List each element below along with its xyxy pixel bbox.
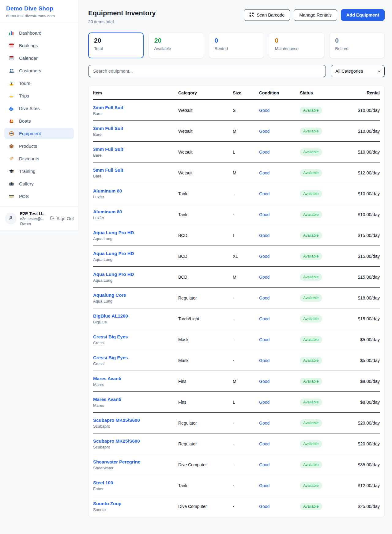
item-name-link[interactable]: Scubapro MK25/S600: [93, 438, 178, 444]
item-name-link[interactable]: Scubapro MK25/S600: [93, 418, 178, 423]
item-name-link[interactable]: 3mm Full Suit: [93, 147, 178, 152]
condition-link[interactable]: Good: [259, 170, 300, 175]
user-name: E2E Test U...: [20, 211, 46, 216]
sidebar-item-trips[interactable]: Trips: [4, 90, 74, 101]
item-name-link[interactable]: Aluminum 80: [93, 209, 178, 214]
calendar-pad-icon: [8, 55, 14, 61]
sidebar-item-pos[interactable]: POS: [4, 191, 74, 202]
condition-link[interactable]: Good: [259, 358, 300, 363]
condition-link[interactable]: Good: [259, 191, 300, 196]
stat-card-total[interactable]: 20 Total: [88, 32, 144, 58]
condition-link[interactable]: Good: [259, 483, 300, 488]
item-brand: Aqua Lung: [93, 236, 178, 241]
sidebar-item-label: Customers: [19, 68, 41, 73]
sidebar-item-training[interactable]: Training: [4, 166, 74, 177]
stat-card-rented[interactable]: 0 Rented: [209, 32, 264, 58]
item-name-link[interactable]: Steel 100: [93, 480, 178, 485]
status-cell: Available: [300, 399, 346, 406]
sidebar-item-label: Products: [19, 143, 37, 149]
item-name-link[interactable]: 3mm Full Suit: [93, 105, 178, 110]
sidebar-item-equipment[interactable]: Equipment: [4, 128, 74, 139]
item-name-link[interactable]: Suunto Zoop: [93, 501, 178, 506]
condition-link[interactable]: Good: [259, 108, 300, 113]
condition-link[interactable]: Good: [259, 337, 300, 342]
item-name-link[interactable]: Mares Avanti: [93, 376, 178, 381]
item-name-link[interactable]: Shearwater Peregrine: [93, 459, 178, 464]
item-name-link[interactable]: 5mm Full Suit: [93, 167, 178, 173]
stat-card-available[interactable]: 20 Available: [149, 32, 204, 58]
sign-out-label: Sign Out: [57, 216, 74, 221]
sidebar-item-discounts[interactable]: Discounts: [4, 153, 74, 164]
sidebar-item-calendar[interactable]: Calendar: [4, 52, 74, 63]
size-cell: M: [233, 379, 259, 384]
item-cell: Aluminum 80 Luxfer: [93, 209, 178, 220]
manage-rentals-button[interactable]: Manage Rentals: [294, 9, 337, 21]
status-cell: Available: [300, 378, 346, 385]
category-cell: Regulator: [178, 296, 233, 300]
condition-link[interactable]: Good: [259, 275, 300, 280]
rental-cell: $25.00/day: [346, 504, 380, 509]
condition-link[interactable]: Good: [259, 379, 300, 384]
table-body: 3mm Full Suit Bare Wetsuit S Good Availa…: [93, 100, 380, 517]
sidebar-item-bookings[interactable]: 17 Bookings: [4, 40, 74, 51]
condition-link[interactable]: Good: [259, 504, 300, 509]
item-name-link[interactable]: Cressi Big Eyes: [93, 355, 178, 360]
table-row: 3mm Full Suit Bare Wetsuit M Good Availa…: [93, 121, 380, 142]
category-select[interactable]: All Categories: [331, 65, 385, 77]
manage-rentals-label: Manage Rentals: [299, 13, 332, 17]
sidebar-item-products[interactable]: Products: [4, 140, 74, 151]
item-brand: Luxfer: [93, 195, 178, 199]
table-row: Aluminum 80 Luxfer Tank - Good Available…: [93, 183, 380, 204]
condition-link[interactable]: Good: [259, 400, 300, 405]
sidebar-item-dashboard[interactable]: Dashboard: [4, 27, 74, 38]
add-equipment-button[interactable]: Add Equipment: [341, 9, 385, 21]
category-cell: Tank: [178, 483, 233, 488]
sidebar-item-boats[interactable]: Boats: [4, 115, 74, 126]
stat-card-retired[interactable]: 0 Retired: [329, 32, 385, 58]
condition-link[interactable]: Good: [259, 421, 300, 425]
status-cell: Available: [300, 169, 346, 177]
item-brand: Cressi: [93, 341, 178, 345]
condition-link[interactable]: Good: [259, 316, 300, 321]
condition-link[interactable]: Good: [259, 441, 300, 446]
table-row: 5mm Full Suit Bare Wetsuit M Good Availa…: [93, 162, 380, 183]
item-cell: Scubapro MK25/S600 Scubapro: [93, 438, 178, 449]
item-name-link[interactable]: Aqua Lung Pro HD: [93, 251, 178, 256]
search-input[interactable]: [88, 65, 326, 77]
condition-link[interactable]: Good: [259, 462, 300, 467]
condition-link[interactable]: Good: [259, 254, 300, 259]
condition-link[interactable]: Good: [259, 150, 300, 154]
condition-link[interactable]: Good: [259, 212, 300, 217]
sidebar-item-tours[interactable]: Tours: [4, 78, 74, 89]
shop-name: Demo Dive Shop: [6, 5, 72, 12]
category-cell: Wetsuit: [178, 150, 233, 154]
scan-barcode-button[interactable]: Scan Barcode: [244, 9, 290, 21]
sign-out-button[interactable]: Sign Out: [50, 216, 74, 222]
item-name-link[interactable]: Mares Avanti: [93, 397, 178, 402]
sidebar-item-customers[interactable]: Customers: [4, 65, 74, 76]
item-name-link[interactable]: Cressi Big Eyes: [93, 334, 178, 339]
stat-label: Available: [154, 46, 198, 51]
category-cell: BCD: [178, 254, 233, 259]
camera-icon: [8, 181, 14, 186]
item-name-link[interactable]: BigBlue AL1200: [93, 313, 178, 318]
item-name-link[interactable]: Aqua Lung Pro HD: [93, 230, 178, 235]
item-cell: 3mm Full Suit Bare: [93, 147, 178, 158]
sailboat-icon: [8, 118, 14, 124]
sidebar-item-gallery[interactable]: Gallery: [4, 178, 74, 189]
status-badge: Available: [300, 399, 322, 406]
condition-link[interactable]: Good: [259, 129, 300, 134]
condition-link[interactable]: Good: [259, 233, 300, 238]
item-name-link[interactable]: 3mm Full Suit: [93, 126, 178, 131]
item-cell: 3mm Full Suit Bare: [93, 105, 178, 116]
rental-cell: $10.00/day: [346, 212, 380, 217]
status-badge: Available: [300, 190, 322, 197]
status-cell: Available: [300, 107, 346, 114]
item-name-link[interactable]: Aluminum 80: [93, 188, 178, 193]
sidebar-item-dive-sites[interactable]: Dive Sites: [4, 103, 74, 114]
category-cell: Wetsuit: [178, 108, 233, 113]
item-name-link[interactable]: Aqualung Core: [93, 292, 178, 298]
condition-link[interactable]: Good: [259, 296, 300, 300]
stat-card-maintenance[interactable]: 0 Maintenance: [269, 32, 324, 58]
item-name-link[interactable]: Aqua Lung Pro HD: [93, 272, 178, 277]
